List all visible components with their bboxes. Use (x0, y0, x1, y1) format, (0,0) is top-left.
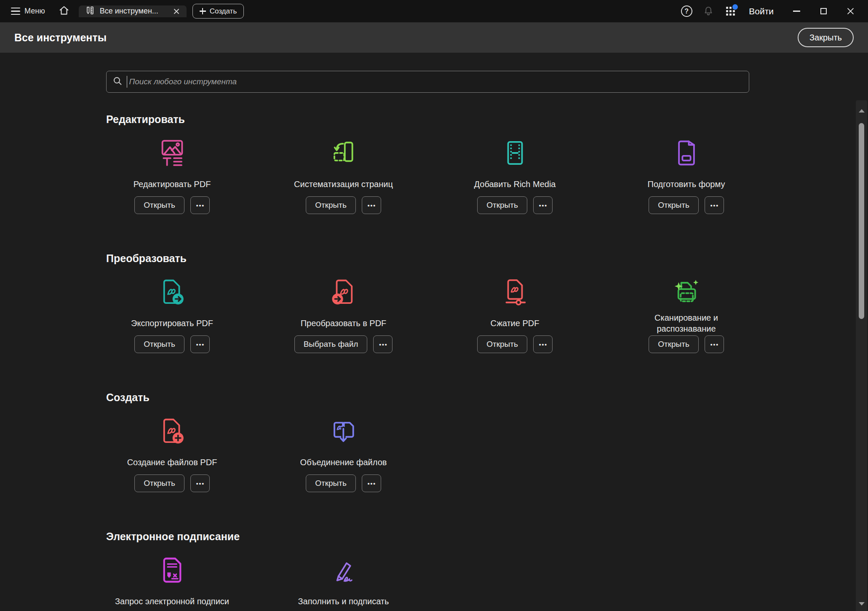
create-pdf-icon (158, 412, 186, 450)
create-tab-button[interactable]: Создать (192, 4, 244, 19)
tool-label: Подготовить форму (648, 179, 725, 190)
tool-label: Сжатие PDF (491, 318, 539, 329)
request-signatures-icon (158, 551, 186, 589)
export-pdf-icon (158, 273, 186, 311)
prepare-form-icon (673, 134, 700, 172)
open-button[interactable]: Открыть (477, 196, 527, 214)
open-button[interactable]: Открыть (134, 335, 184, 353)
open-button[interactable]: Открыть (306, 196, 356, 214)
sign-in-button[interactable]: Войти (743, 6, 781, 16)
all-tools-content: Редактировать Редактировать PDF Открыть (0, 71, 868, 611)
open-button[interactable]: Открыть (134, 196, 184, 214)
notification-dot (732, 4, 738, 10)
tool-label: Создание файлов PDF (127, 457, 217, 468)
notifications-button[interactable] (699, 2, 718, 21)
maximize-button[interactable] (812, 0, 835, 22)
tool-card-fill-sign: Заполнить и подписать Открыть ••• (258, 551, 429, 611)
open-button[interactable]: Открыть (477, 335, 527, 353)
tool-card-organize-pages: Систематизация страниц Открыть ••• (258, 134, 429, 214)
select-file-button[interactable]: Выбрать файл (294, 335, 368, 353)
page-title: Все инструменты (14, 32, 107, 44)
search-input[interactable] (129, 77, 743, 86)
more-options-button[interactable]: ••• (533, 196, 553, 214)
tab-close-button[interactable] (171, 6, 182, 16)
open-button[interactable]: Открыть (306, 474, 356, 492)
tool-label: Заполнить и подписать (298, 596, 389, 607)
close-window-icon (847, 8, 854, 15)
tool-card-combine-files: Объединение файлов Открыть ••• (258, 412, 429, 492)
search-icon (112, 76, 123, 88)
tools-header: Все инструменты Закрыть (0, 22, 868, 53)
more-options-button[interactable]: ••• (373, 335, 393, 353)
tool-card-rich-media: Добавить Rich Media Открыть ••• (429, 134, 601, 214)
bell-icon (703, 5, 714, 18)
up-arrow-icon (859, 109, 865, 113)
open-button[interactable]: Открыть (134, 474, 184, 492)
home-icon (59, 5, 69, 18)
open-button[interactable]: Открыть (649, 335, 699, 353)
hamburger-icon (11, 8, 20, 15)
tool-label: Сканирование и распознавание (629, 312, 744, 334)
scrollbar[interactable] (856, 100, 867, 611)
tool-card-scan-ocr: Сканирование и распознавание Открыть ••• (601, 273, 772, 353)
search-box[interactable] (106, 71, 749, 93)
more-options-button[interactable]: ••• (362, 474, 381, 492)
scrollbar-thumb[interactable] (859, 123, 864, 319)
combine-files-icon (330, 412, 358, 450)
section-title: Редактировать (106, 113, 868, 126)
scrollbar-down-button[interactable] (856, 599, 867, 608)
close-window-button[interactable] (839, 0, 862, 22)
help-button[interactable]: ? (677, 2, 696, 21)
more-options-button[interactable]: ••• (190, 474, 210, 492)
tool-card-edit-pdf: Редактировать PDF Открыть ••• (86, 134, 258, 214)
tool-label: Редактировать PDF (134, 179, 211, 190)
organize-pages-icon (330, 134, 358, 172)
tool-label: Добавить Rich Media (474, 179, 556, 190)
scrollbar-up-button[interactable] (856, 106, 867, 115)
tool-card-prepare-form: Подготовить форму Открыть ••• (601, 134, 772, 214)
tool-label: Экспортировать PDF (131, 318, 213, 329)
scan-ocr-icon (673, 273, 700, 311)
tab-all-tools[interactable]: Все инструмен... (79, 5, 187, 17)
tool-card-convert-to-pdf: Преобразовать в PDF Выбрать файл ••• (258, 273, 429, 353)
home-button[interactable] (53, 0, 75, 22)
more-options-button[interactable]: ••• (705, 335, 724, 353)
maximize-icon (820, 8, 827, 14)
more-options-button[interactable]: ••• (362, 196, 381, 214)
create-label: Создать (210, 7, 237, 16)
section-edit: Редактировать Редактировать PDF Открыть (86, 113, 868, 214)
minimize-button[interactable] (785, 0, 808, 22)
more-options-button[interactable]: ••• (190, 196, 210, 214)
tool-card-compress-pdf: Сжатие PDF Открыть ••• (429, 273, 601, 353)
more-options-button[interactable]: ••• (705, 196, 724, 214)
down-arrow-icon (859, 602, 865, 606)
close-tools-button[interactable]: Закрыть (798, 28, 854, 47)
tab-title: Все инструмен... (100, 7, 166, 16)
more-options-button[interactable]: ••• (190, 335, 210, 353)
convert-to-pdf-icon (330, 273, 358, 311)
tool-card-export-pdf: Экспортировать PDF Открыть ••• (86, 273, 258, 353)
menu-label: Меню (24, 7, 45, 16)
apps-button[interactable] (721, 2, 740, 21)
close-icon (174, 8, 179, 14)
titlebar: Меню Все инструмен... Создать ? (0, 0, 868, 22)
tool-label: Преобразовать в PDF (301, 318, 387, 329)
tools-tab-icon (85, 5, 95, 17)
section-create: Создать Создание файлов PDF Открыть ••• (86, 391, 868, 492)
section-title: Создать (106, 391, 868, 404)
menu-button[interactable]: Меню (0, 0, 53, 22)
edit-pdf-icon (158, 134, 186, 172)
minimize-icon (793, 11, 800, 11)
tool-card-request-signatures: Запрос электронной подписи Открыть ••• (86, 551, 258, 611)
compress-pdf-icon (501, 273, 529, 311)
section-title: Электронное подписание (106, 530, 868, 543)
help-icon: ? (681, 5, 692, 17)
text-caret (127, 76, 127, 88)
rich-media-icon (501, 134, 529, 172)
plus-icon (200, 8, 206, 14)
tool-card-create-pdf: Создание файлов PDF Открыть ••• (86, 412, 258, 492)
tool-label: Объединение файлов (300, 457, 387, 468)
more-options-button[interactable]: ••• (533, 335, 553, 353)
open-button[interactable]: Открыть (649, 196, 699, 214)
section-title: Преобразовать (106, 252, 868, 265)
